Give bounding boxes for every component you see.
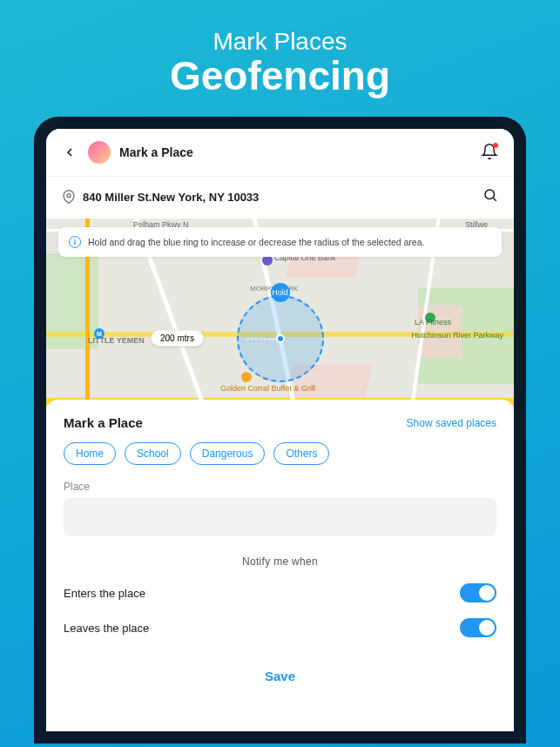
- enters-toggle[interactable]: [460, 583, 496, 602]
- leaves-row: Leaves the place: [64, 618, 496, 637]
- chevron-left-icon: [63, 145, 77, 159]
- chip-others[interactable]: Others: [273, 442, 329, 465]
- enters-label: Enters the place: [64, 587, 145, 600]
- back-button[interactable]: [60, 143, 79, 162]
- place-field-label: Place: [64, 481, 496, 493]
- hold-handle[interactable]: Hold: [271, 283, 290, 302]
- map-label-park-right: Hutchinson River Parkway: [411, 332, 503, 340]
- svg-point-1: [485, 190, 495, 199]
- restaurant-poi-icon: [241, 372, 252, 382]
- app-screen: Mark a Place 840 Miller St.New York, NY …: [46, 129, 514, 731]
- enters-row: Enters the place: [64, 583, 496, 602]
- svg-line-2: [493, 198, 496, 200]
- search-button[interactable]: [482, 187, 498, 206]
- leaves-toggle[interactable]: [460, 618, 496, 637]
- sheet-header: Mark a Place Show saved places: [64, 415, 496, 430]
- promo-title: Geofencing: [0, 52, 560, 99]
- chip-school[interactable]: School: [125, 442, 181, 465]
- notification-dot-icon: [493, 143, 498, 148]
- app-header: Mark a Place: [46, 129, 514, 176]
- geofence-center-icon: [276, 334, 285, 343]
- page-title: Mark a Place: [119, 145, 193, 159]
- distance-badge: 200 mtrs: [151, 330, 204, 347]
- address-text: 840 Miller St.New York, NY 10033: [83, 191, 259, 204]
- map-label-food: Golden Corral Buffet & Grill: [220, 384, 315, 393]
- map-label-neighborhood: LITTLE YEMEN: [88, 336, 145, 345]
- map-view[interactable]: M Pelham Pkwy N LITTLE YEMEN Capital One…: [46, 219, 514, 408]
- address-bar: 840 Miller St.New York, NY 10033: [46, 176, 514, 219]
- avatar[interactable]: [88, 141, 111, 164]
- hint-text: Hold and drag the blue ring to increase …: [88, 237, 424, 247]
- promo-header: Mark Places Geofencing: [0, 0, 560, 117]
- chip-home[interactable]: Home: [64, 442, 116, 465]
- place-input[interactable]: [64, 498, 496, 536]
- notify-header: Notify me when: [64, 555, 496, 568]
- hint-card: i Hold and drag the blue ring to increas…: [58, 227, 502, 257]
- leaves-label: Leaves the place: [64, 622, 149, 635]
- category-chips: Home School Dangerous Others: [64, 442, 496, 465]
- sheet-title: Mark a Place: [64, 415, 143, 430]
- search-icon: [482, 187, 498, 203]
- chip-dangerous[interactable]: Dangerous: [190, 442, 266, 465]
- location-pin-icon: [62, 190, 76, 204]
- info-icon: i: [69, 236, 81, 248]
- bottom-sheet: Mark a Place Show saved places Home Scho…: [46, 400, 514, 731]
- map-label-gym: LA Fitness: [415, 318, 451, 326]
- svg-point-0: [67, 194, 71, 198]
- show-saved-places-link[interactable]: Show saved places: [407, 417, 496, 429]
- notifications-button[interactable]: [481, 143, 500, 162]
- save-button[interactable]: Save: [64, 660, 496, 692]
- device-frame: Mark a Place 840 Miller St.New York, NY …: [34, 117, 526, 744]
- geofence-ring[interactable]: Hold: [237, 295, 324, 382]
